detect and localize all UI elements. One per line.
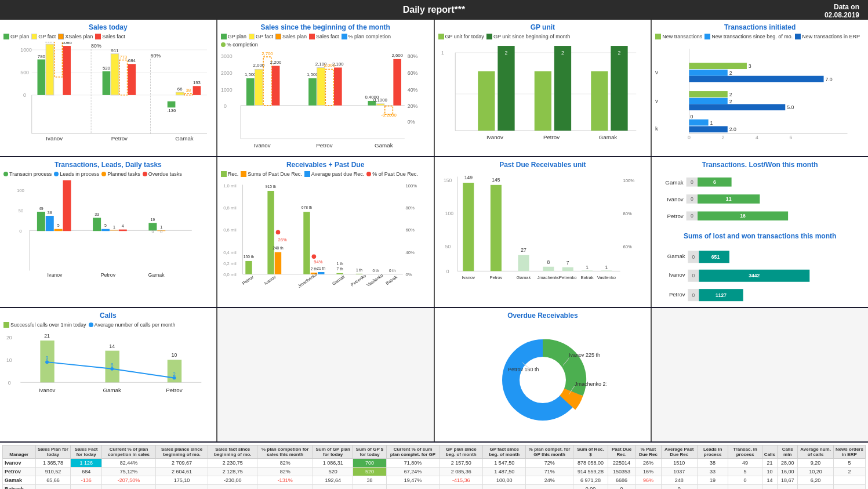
- svg-text:14: 14: [109, 343, 115, 349]
- svg-text:8: 8: [547, 259, 550, 265]
- svg-rect-93: [591, 71, 608, 131]
- gp-unit-chart: 1 Ivanov 1 2 Petrov 1 2 Gamak 1 2: [438, 42, 648, 143]
- svg-rect-23: [119, 60, 128, 95]
- svg-text:Vasilenko: Vasilenko: [365, 273, 384, 288]
- col-transac: Transac. in process: [728, 445, 762, 459]
- table-cell: 910,52: [35, 468, 71, 476]
- table-cell: -207,50%: [102, 476, 156, 485]
- svg-text:Ivanov: Ivanov: [263, 274, 277, 286]
- svg-text:Petrov: Petrov: [111, 135, 128, 142]
- svg-text:Ivanov: Ivanov: [462, 275, 475, 280]
- svg-rect-113: [689, 91, 728, 97]
- svg-text:16: 16: [740, 213, 746, 219]
- svg-text:0: 0: [692, 273, 695, 278]
- svg-text:1.0 mil: 1.0 mil: [223, 183, 237, 189]
- svg-text:500: 500: [20, 70, 29, 75]
- svg-text:1 th: 1 th: [336, 262, 343, 266]
- svg-text:0: 0: [692, 292, 695, 298]
- col-calls-min: Calls min: [777, 445, 797, 459]
- svg-point-279: [520, 357, 566, 403]
- panel-calls: Calls Successful calls over 1min today A…: [0, 308, 216, 441]
- transactions-leads-title: Transactions, Leads, Daily tasks: [3, 161, 213, 169]
- svg-text:0: 0: [160, 230, 162, 234]
- table-cell: 28,00: [777, 459, 797, 468]
- svg-text:240 th: 240 th: [273, 246, 284, 250]
- svg-rect-10: [46, 44, 54, 95]
- table-cell: -230,00: [208, 476, 257, 485]
- gp-unit-legend: GP unit for today GP unit since beginnin…: [438, 34, 648, 39]
- table-cell: 38: [353, 476, 386, 485]
- transactions-lost-won-chart: Gamak 0 6 Ivanov 0 11 Petrov 0 16: [655, 171, 865, 229]
- svg-text:Gamak: Gamak: [103, 387, 121, 393]
- table-cell: [697, 485, 728, 490]
- svg-text:Ivanov 225 th: Ivanov 225 th: [569, 352, 600, 358]
- svg-text:1: 1: [710, 120, 713, 126]
- receivables-title: Receivables + Past Due: [221, 161, 430, 169]
- transactions-initiated-legend: New transactions New transactions since …: [655, 34, 865, 39]
- svg-text:684: 684: [128, 58, 136, 63]
- svg-text:21: 21: [44, 333, 50, 339]
- svg-text:0: 0: [688, 135, 691, 140]
- svg-text:Petrov: Petrov: [667, 213, 684, 219]
- svg-text:0 th: 0 th: [389, 269, 395, 273]
- table-cell: 1 547,50: [483, 459, 526, 468]
- svg-text:50: 50: [19, 208, 24, 213]
- panel-transactions-initiated: Transactions initiated New transactions …: [652, 20, 868, 156]
- svg-rect-32: [176, 92, 184, 95]
- svg-text:2: 2: [173, 371, 176, 377]
- table-cell: 21: [762, 459, 777, 468]
- table-cell: 82,44%: [102, 459, 156, 468]
- col-sales-fact: Sales Fact for today: [71, 445, 102, 459]
- svg-text:Gamak: Gamak: [666, 179, 684, 186]
- svg-rect-212: [518, 255, 529, 271]
- svg-text:Ivanov: Ivanov: [486, 134, 503, 140]
- col-sales-since: Sales plance since beginning of mo.: [155, 445, 208, 459]
- table-cell: 100,00: [483, 476, 526, 485]
- svg-text:1: 1: [485, 64, 488, 70]
- svg-rect-12: [55, 42, 63, 77]
- svg-text:0: 0: [691, 196, 693, 202]
- svg-text:100%: 100%: [405, 183, 417, 189]
- svg-text:915 th: 915 th: [266, 184, 277, 189]
- table-cell: [440, 485, 483, 490]
- svg-text:38: 38: [48, 211, 52, 215]
- svg-text:2: 2: [618, 50, 620, 56]
- col-news-erp: News orders in ERP: [833, 445, 865, 459]
- svg-text:2: 2: [729, 70, 732, 76]
- col-gp-fact: Sum of GP $ for today: [353, 445, 386, 459]
- table-cell: 16%: [635, 468, 661, 476]
- svg-text:Petrov: Petrov: [655, 97, 658, 104]
- sums-lost-won-title: Sums of lost and won transactions this m…: [655, 232, 865, 240]
- svg-text:60%: 60%: [405, 227, 414, 233]
- table-cell: 684: [71, 468, 102, 476]
- svg-text:Gamak: Gamak: [331, 274, 346, 287]
- svg-rect-94: [611, 46, 627, 131]
- panel-gp-unit: GP unit GP unit for today GP unit since …: [435, 20, 651, 156]
- table-cell: 192,64: [313, 476, 353, 485]
- table-cell: -136: [71, 476, 102, 485]
- table-cell: [777, 485, 797, 490]
- table-cell: 5: [728, 468, 762, 476]
- svg-rect-83: [478, 71, 495, 131]
- col-avg-past-due: Average Past Due Rec: [661, 445, 697, 459]
- calls-title: Calls: [3, 311, 213, 320]
- svg-text:Petrov: Petrov: [543, 134, 559, 140]
- svg-text:0: 0: [151, 230, 154, 234]
- table-cell: 2 709,67: [155, 459, 208, 468]
- svg-text:1126: 1126: [45, 42, 55, 44]
- svg-rect-53: [255, 69, 263, 105]
- table-cell: 1 086,31: [313, 459, 353, 468]
- svg-rect-64: [325, 69, 333, 105]
- svg-text:-0,2000: -0,2000: [381, 113, 397, 118]
- transactions-initiated-title: Transactions initiated: [655, 23, 865, 31]
- svg-rect-115: [689, 98, 728, 104]
- svg-text:60%: 60%: [408, 70, 418, 76]
- svg-rect-8: [38, 59, 46, 95]
- svg-rect-216: [562, 267, 573, 271]
- col-gp-plan-month: GP plan since beg. of month: [440, 445, 483, 459]
- svg-rect-88: [534, 71, 551, 131]
- table-cell: [313, 485, 353, 490]
- table-cell: 16,00: [777, 468, 797, 476]
- svg-text:3000: 3000: [221, 53, 233, 59]
- table-cell: 0: [608, 485, 635, 490]
